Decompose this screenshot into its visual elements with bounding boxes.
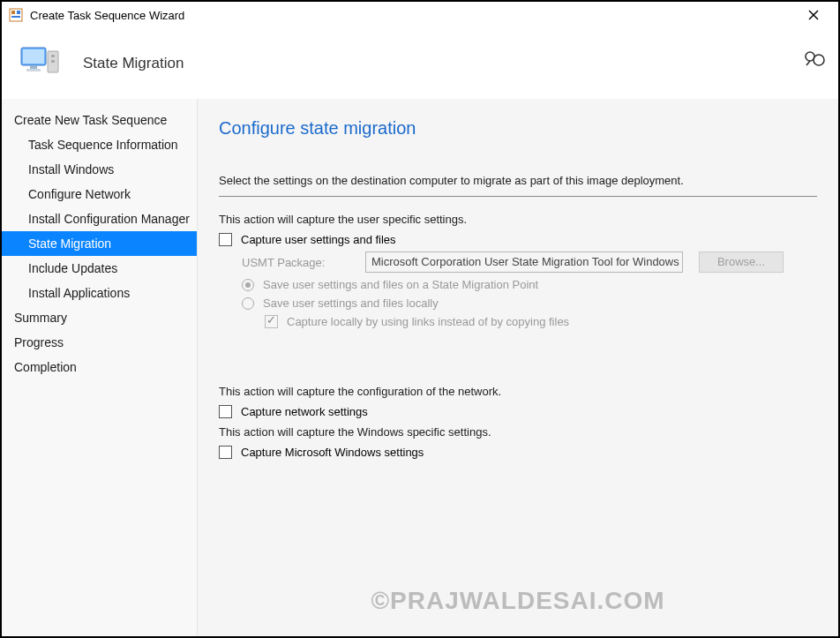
usmt-row: USMT Package: Microsoft Corporation User… (242, 251, 817, 273)
sidebar-item-configure-network[interactable]: Configure Network (2, 182, 197, 206)
sidebar-item-label: Summary (14, 311, 67, 325)
capture-network-row: Capture network settings (219, 405, 817, 418)
sidebar-item-install-applications[interactable]: Install Applications (2, 281, 197, 305)
sidebar-item-label: State Migration (28, 236, 111, 251)
radio-save-locally (242, 297, 254, 310)
sidebar-item-install-configuration-manager[interactable]: Install Configuration Manager (2, 206, 197, 231)
sidebar-item-label: Task Sequence Information (28, 138, 178, 152)
close-button[interactable] (796, 3, 831, 27)
capture-network-label: Capture network settings (241, 405, 368, 418)
titlebar: Create Task Sequence Wizard (2, 2, 838, 28)
watermark: ©PRAJWALDESAI.COM (371, 587, 664, 615)
sidebar-item-progress[interactable]: Progress (2, 330, 197, 355)
sidebar-item-state-migration[interactable]: State Migration (2, 231, 197, 256)
capture-locally-links-label: Capture locally by using links instead o… (287, 315, 569, 328)
radio-local-row: Save user settings and files locally (242, 296, 817, 310)
sidebar-item-label: Install Windows (28, 162, 114, 176)
main-heading: Configure state migration (219, 118, 817, 139)
svg-rect-1 (11, 11, 15, 14)
capture-locally-links-row: Capture locally by using links instead o… (265, 315, 817, 328)
capture-user-label: Capture user settings and files (241, 233, 396, 246)
page-title: State Migration (83, 55, 184, 72)
capture-windows-label: Capture Microsoft Windows settings (241, 446, 424, 459)
sidebar-item-label: Include Updates (28, 261, 117, 275)
header: State Migration (2, 28, 838, 99)
sidebar-item-label: Completion (14, 360, 77, 374)
svg-rect-12 (51, 60, 55, 63)
capture-locally-links-checkbox (265, 315, 278, 328)
wizard-window: Create Task Sequence Wizard State Migrat… (0, 0, 840, 638)
sidebar-item-install-windows[interactable]: Install Windows (2, 157, 197, 182)
body: Create New Task Sequence Task Sequence I… (2, 99, 838, 636)
sidebar-item-label: Create New Task Sequence (14, 113, 167, 127)
main-panel: Configure state migration Select the set… (198, 99, 838, 636)
computer-icon (19, 42, 62, 85)
section-capture-network-text: This action will capture the configurati… (219, 385, 817, 398)
sidebar-item-label: Install Configuration Manager (28, 212, 190, 226)
svg-rect-11 (51, 55, 55, 57)
section-capture-user-text: This action will capture the user specif… (219, 213, 817, 226)
svg-point-14 (814, 55, 824, 65)
svg-rect-8 (30, 65, 37, 69)
radio-smp-row: Save user settings and files on a State … (242, 278, 817, 291)
sidebar-item-summary[interactable]: Summary (2, 305, 197, 330)
sidebar-item-include-updates[interactable]: Include Updates (2, 256, 197, 281)
browse-button: Browse... (699, 251, 784, 273)
help-icon[interactable] (803, 48, 828, 72)
section-capture-windows-text: This action will capture the Windows spe… (219, 425, 817, 439)
capture-user-row: Capture user settings and files (219, 233, 817, 246)
sidebar-item-label: Configure Network (28, 187, 131, 201)
svg-rect-3 (11, 16, 20, 18)
svg-rect-2 (17, 11, 20, 14)
wizard-sidebar: Create New Task Sequence Task Sequence I… (2, 99, 198, 636)
usmt-package-label: USMT Package: (242, 256, 365, 269)
divider (219, 196, 817, 197)
sidebar-item-task-sequence-information[interactable]: Task Sequence Information (2, 132, 197, 157)
radio-save-on-smp-label: Save user settings and files on a State … (263, 278, 538, 291)
sidebar-item-label: Progress (14, 335, 64, 349)
capture-user-checkbox[interactable] (219, 233, 232, 246)
radio-save-locally-label: Save user settings and files locally (263, 296, 439, 310)
capture-network-checkbox[interactable] (219, 405, 232, 418)
svg-rect-7 (23, 49, 44, 64)
sidebar-item-create-new-task-sequence[interactable]: Create New Task Sequence (2, 108, 197, 132)
sidebar-item-completion[interactable]: Completion (2, 355, 197, 379)
app-icon (9, 8, 23, 22)
capture-windows-checkbox[interactable] (219, 446, 232, 459)
svg-rect-9 (26, 69, 41, 71)
window-title: Create Task Sequence Wizard (30, 9, 796, 22)
capture-windows-row: Capture Microsoft Windows settings (219, 446, 817, 459)
radio-save-on-smp (242, 279, 254, 291)
intro-text: Select the settings on the destination c… (219, 174, 817, 187)
sidebar-item-label: Install Applications (28, 286, 130, 300)
usmt-package-field: Microsoft Corporation User State Migrati… (365, 251, 683, 273)
